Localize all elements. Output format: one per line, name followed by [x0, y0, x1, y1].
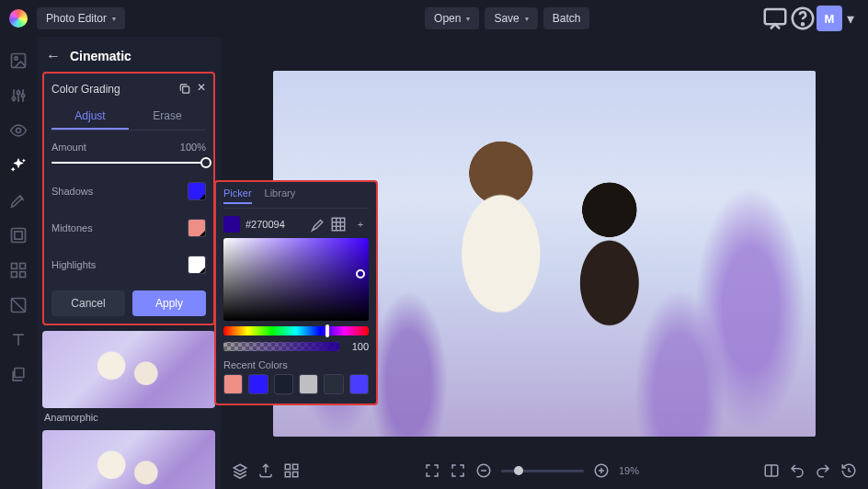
tab-library[interactable]: Library [265, 188, 296, 204]
tool-image-icon[interactable] [9, 51, 28, 70]
tool-adjust-icon[interactable] [9, 86, 28, 105]
compare-icon[interactable] [763, 462, 780, 479]
redo-icon[interactable] [815, 462, 831, 479]
preset-anamorphic[interactable]: Anamorphic [42, 331, 215, 426]
back-arrow-icon[interactable]: ← [46, 48, 61, 64]
recent-color-swatch[interactable] [223, 374, 243, 394]
open-button[interactable]: Open ▾ [425, 7, 479, 29]
palette-grid-icon[interactable] [330, 216, 347, 233]
open-label: Open [434, 12, 461, 25]
app-dropdown-label: Photo Editor [46, 12, 107, 25]
fullscreen-icon[interactable] [424, 462, 440, 479]
chevron-down-icon: ▾ [466, 15, 470, 23]
comments-icon[interactable] [761, 5, 789, 32]
hue-thumb[interactable] [326, 324, 329, 337]
preset-name: Anamorphic [42, 408, 215, 426]
svg-rect-17 [183, 86, 189, 93]
shadows-swatch[interactable] [188, 182, 206, 200]
midtones-swatch[interactable] [188, 219, 206, 237]
color-picker-popup: Picker Library #270094 + 100 Recent Colo… [214, 180, 378, 405]
help-icon[interactable] [789, 5, 817, 32]
save-label: Save [494, 12, 519, 25]
highlights-swatch[interactable] [188, 256, 206, 274]
zoom-slider[interactable] [501, 470, 584, 472]
tool-frame-icon[interactable] [9, 226, 28, 244]
panel-title: Color Grading [51, 83, 120, 96]
batch-label: Batch [553, 12, 581, 25]
save-button[interactable]: Save ▾ [485, 7, 537, 29]
svg-rect-14 [20, 272, 26, 278]
account-chevron-down-icon[interactable]: ▾ [842, 5, 859, 32]
highlights-label: Highlights [51, 259, 96, 270]
avatar[interactable]: M [817, 6, 842, 31]
zoom-out-icon[interactable] [475, 462, 492, 479]
zoom-in-icon[interactable] [593, 462, 610, 479]
recent-color-swatch[interactable] [299, 374, 318, 394]
amount-slider[interactable] [51, 162, 206, 164]
zoom-thumb[interactable] [514, 466, 523, 475]
saturation-value-field[interactable] [223, 238, 369, 321]
hue-slider[interactable] [223, 326, 369, 335]
slider-thumb[interactable] [200, 157, 211, 168]
panel-category-title: Cinematic [70, 49, 131, 63]
copy-icon[interactable] [178, 81, 191, 97]
alpha-thumb[interactable] [334, 342, 337, 351]
tool-eye-icon[interactable] [9, 121, 28, 140]
sv-cursor[interactable] [356, 269, 365, 279]
shadows-label: Shadows [51, 186, 93, 197]
preset-thumbnail [42, 430, 215, 489]
close-icon[interactable]: ✕ [197, 81, 206, 97]
amount-label: Amount [51, 142, 86, 153]
svg-rect-10 [15, 232, 22, 239]
svg-point-8 [17, 129, 21, 133]
apply-button[interactable]: Apply [132, 290, 206, 316]
svg-point-6 [17, 91, 19, 94]
tool-text-icon[interactable] [9, 331, 28, 349]
tab-adjust[interactable]: Adjust [51, 104, 129, 130]
chevron-down-icon: ▾ [525, 15, 529, 23]
color-grading-panel: Color Grading ✕ Adjust Erase Amount 100%… [42, 72, 215, 325]
history-icon[interactable] [840, 462, 857, 479]
tab-picker[interactable]: Picker [223, 188, 252, 204]
chevron-down-icon: ▾ [112, 15, 116, 23]
svg-point-5 [12, 97, 15, 100]
svg-point-4 [15, 57, 17, 60]
app-logo[interactable] [9, 9, 28, 28]
add-color-icon[interactable]: + [352, 216, 369, 233]
midtones-label: Midtones [51, 222, 93, 233]
svg-rect-12 [20, 264, 26, 269]
cancel-button[interactable]: Cancel [51, 290, 125, 316]
svg-rect-3 [12, 54, 26, 68]
svg-rect-0 [765, 9, 786, 24]
svg-rect-13 [12, 272, 17, 278]
svg-rect-9 [12, 229, 26, 243]
grid-icon[interactable] [283, 462, 300, 479]
svg-rect-21 [293, 472, 298, 477]
preset-lens-distortion[interactable]: Lens Distortion [42, 430, 215, 489]
tool-brush-icon[interactable] [9, 191, 28, 210]
tool-effects-icon[interactable] [9, 156, 28, 175]
batch-button[interactable]: Batch [543, 7, 590, 29]
recent-colors [223, 374, 369, 394]
svg-rect-11 [12, 264, 17, 269]
svg-point-7 [21, 94, 24, 97]
hex-value[interactable]: #270094 [246, 219, 303, 230]
svg-rect-20 [285, 472, 290, 477]
recent-color-swatch[interactable] [248, 374, 268, 394]
alpha-value: 100 [345, 341, 369, 352]
alpha-slider[interactable] [223, 342, 339, 351]
app-dropdown[interactable]: Photo Editor ▾ [37, 7, 125, 29]
export-icon[interactable] [257, 462, 274, 479]
tool-layers-icon[interactable] [9, 366, 28, 384]
recent-color-swatch[interactable] [324, 374, 343, 394]
eyedropper-icon[interactable] [308, 216, 325, 233]
tab-erase[interactable]: Erase [129, 104, 206, 130]
undo-icon[interactable] [789, 462, 805, 479]
fit-icon[interactable] [450, 462, 466, 479]
recent-color-swatch[interactable] [349, 374, 369, 394]
svg-rect-18 [285, 464, 290, 469]
tool-elements-icon[interactable] [9, 261, 28, 279]
layers-icon[interactable] [232, 462, 248, 479]
tool-retouch-icon[interactable] [9, 296, 28, 314]
recent-color-swatch[interactable] [274, 374, 293, 394]
